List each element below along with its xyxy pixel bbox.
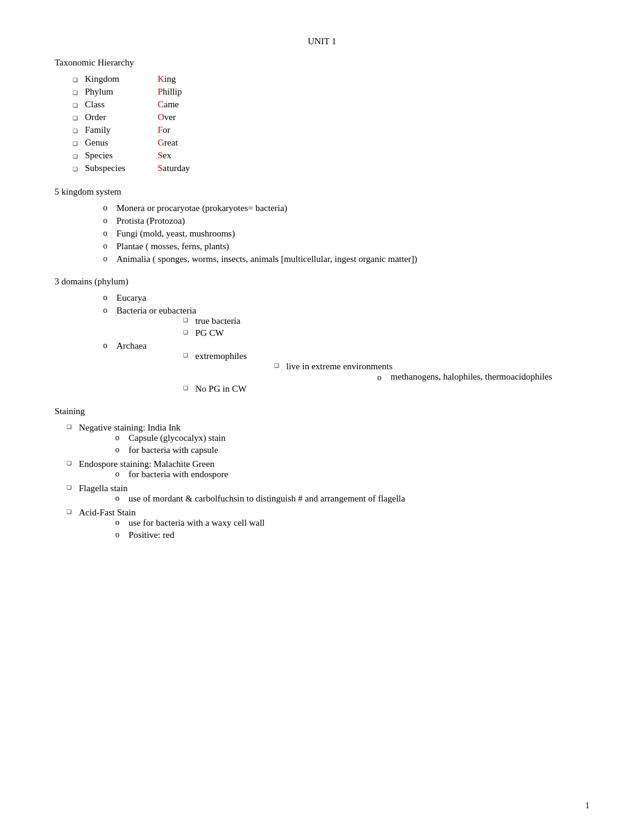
list-item: Capsule (glycocalyx) stain bbox=[115, 433, 589, 443]
sub-label: extremophiles bbox=[195, 351, 247, 361]
list-item: Fungi (mold, yeast, mushrooms) bbox=[103, 229, 589, 239]
nested-bullet-list: extremophileslive in extreme environment… bbox=[183, 351, 589, 394]
taxonomy-row: ❑OrderOver bbox=[73, 112, 589, 122]
taxonomy-heading: Taxonomic Hierarchy bbox=[55, 58, 589, 68]
list-item: use for bacteria with a waxy cell wall bbox=[115, 518, 589, 528]
taxonomy-mnemonic: Saturday bbox=[158, 163, 190, 173]
staining-heading: Staining bbox=[55, 406, 589, 417]
taxonomy-level: Subspecies bbox=[85, 163, 158, 173]
taxonomy-row: ❑GenusGreat bbox=[73, 138, 589, 148]
list-item: use of mordant & carbolfuchsin to distin… bbox=[115, 494, 589, 504]
taxonomy-level: Kingdom bbox=[85, 74, 158, 84]
list-item: for bacteria with endospore bbox=[115, 469, 589, 480]
staining-content: Negative staining: India InkCapsule (gly… bbox=[55, 423, 589, 540]
staining-item-label: Flagella stain bbox=[79, 483, 127, 493]
taxonomy-mnemonic: King bbox=[158, 74, 176, 84]
list-item: No PG in CW bbox=[183, 384, 589, 394]
five-kingdom-heading: 5 kingdom system bbox=[55, 187, 589, 197]
three-domains-section: 3 domains (phylum) EucaryaBacteria or eu… bbox=[55, 277, 589, 394]
domain-label: Bacteria or eubacteria bbox=[116, 306, 196, 315]
mnemonic-rest: or bbox=[163, 125, 170, 135]
taxonomy-mnemonic: Great bbox=[158, 138, 178, 148]
mnemonic-rest: ver bbox=[164, 112, 176, 122]
mnemonic-rest: hillip bbox=[163, 87, 182, 96]
list-item: true bacteria bbox=[183, 316, 589, 326]
staining-section: Staining Negative staining: India InkCap… bbox=[55, 406, 589, 540]
list-item: Plantae ( mosses, ferns, plants) bbox=[103, 241, 589, 252]
list-item: Eucarya bbox=[103, 293, 589, 303]
mnemonic-first-letter: G bbox=[158, 138, 164, 147]
list-item: methanogens, halophiles, thermoacidophil… bbox=[377, 372, 589, 382]
sub-label: true bacteria bbox=[195, 316, 241, 326]
taxonomy-row: ❑SpeciesSex bbox=[73, 150, 589, 161]
page-title: UNIT 1 bbox=[55, 36, 589, 47]
list-item: Archaeaextremophileslive in extreme envi… bbox=[103, 341, 589, 394]
taxonomy-table: ❑KingdomKing❑PhylumPhillip❑ClassCame❑Ord… bbox=[73, 74, 589, 173]
list-item: Protista (Protozoa) bbox=[103, 216, 589, 226]
taxonomy-row: ❑PhylumPhillip bbox=[73, 87, 589, 97]
staining-item-label: Negative staining: India Ink bbox=[79, 423, 181, 432]
taxonomy-row: ❑FamilyFor bbox=[73, 125, 589, 135]
bullet-icon: ❑ bbox=[73, 128, 85, 134]
staining-item: Acid-Fast Stainuse for bacteria with a w… bbox=[67, 508, 589, 540]
list-item: Animalia ( sponges, worms, insects, anim… bbox=[103, 254, 589, 264]
staining-sub-list: use for bacteria with a waxy cell wallPo… bbox=[115, 518, 589, 540]
sub-label: No PG in CW bbox=[195, 384, 247, 394]
nested-list-3: methanogens, halophiles, thermoacidophil… bbox=[377, 372, 589, 382]
domain-label: Archaea bbox=[116, 341, 147, 350]
staining-item-label: Endospore staining: Malachite Green bbox=[79, 459, 215, 469]
bullet-icon: ❑ bbox=[73, 166, 85, 172]
taxonomy-level: Species bbox=[85, 150, 158, 161]
staining-sub-list: use of mordant & carbolfuchsin to distin… bbox=[115, 494, 589, 504]
taxonomy-mnemonic: For bbox=[158, 125, 170, 135]
five-kingdom-section: 5 kingdom system Monera or procaryotae (… bbox=[55, 187, 589, 264]
mnemonic-first-letter: K bbox=[158, 74, 164, 84]
taxonomy-row: ❑SubspeciesSaturday bbox=[73, 163, 589, 173]
list-item: live in extreme environmentsmethanogens,… bbox=[274, 361, 589, 382]
staining-item-label: Acid-Fast Stain bbox=[79, 508, 136, 517]
mnemonic-rest: ing bbox=[164, 74, 176, 84]
list-item: Bacteria or eubacteriatrue bacteriaPG CW bbox=[103, 306, 589, 338]
taxonomy-level: Phylum bbox=[85, 87, 158, 97]
domain-label: Eucarya bbox=[116, 293, 146, 303]
staining-item: Endospore staining: Malachite Greenfor b… bbox=[67, 459, 589, 480]
staining-sub-list: Capsule (glycocalyx) stainfor bacteria w… bbox=[115, 433, 589, 455]
taxonomy-mnemonic: Phillip bbox=[158, 87, 182, 97]
list-item: extremophileslive in extreme environment… bbox=[183, 351, 589, 382]
mnemonic-rest: ex bbox=[163, 150, 171, 160]
mnemonic-rest: reat bbox=[164, 138, 178, 147]
taxonomy-mnemonic: Sex bbox=[158, 150, 172, 161]
bullet-icon: ❑ bbox=[73, 102, 85, 109]
taxonomy-level: Class bbox=[85, 99, 158, 110]
staining-item: Flagella stainuse of mordant & carbolfuc… bbox=[67, 483, 589, 504]
mnemonic-rest: aturday bbox=[163, 163, 190, 173]
five-kingdom-list: Monera or procaryotae (prokaryotes= bact… bbox=[103, 203, 589, 264]
taxonomy-level: Genus bbox=[85, 138, 158, 148]
taxonomy-mnemonic: Over bbox=[158, 112, 176, 122]
bullet-icon: ❑ bbox=[73, 115, 85, 121]
staining-sub-list: for bacteria with endospore bbox=[115, 469, 589, 480]
bullet-icon: ❑ bbox=[73, 77, 85, 83]
staining-item: Negative staining: India InkCapsule (gly… bbox=[67, 423, 589, 455]
bullet-icon: ❑ bbox=[73, 90, 85, 96]
list-item: Monera or procaryotae (prokaryotes= bact… bbox=[103, 203, 589, 213]
bullet-icon: ❑ bbox=[73, 153, 85, 159]
nested-bullet-list-2: live in extreme environmentsmethanogens,… bbox=[274, 361, 589, 382]
staining-list: Negative staining: India InkCapsule (gly… bbox=[67, 423, 589, 540]
list-item: Positive: red bbox=[115, 530, 589, 540]
taxonomy-row: ❑ClassCame bbox=[73, 99, 589, 110]
three-domains-heading: 3 domains (phylum) bbox=[55, 277, 589, 287]
list-item: PG CW bbox=[183, 328, 589, 338]
sub-label: PG CW bbox=[195, 328, 224, 338]
page-number: 1 bbox=[585, 801, 589, 811]
mnemonic-rest: ame bbox=[164, 99, 179, 109]
taxonomy-mnemonic: Came bbox=[158, 99, 179, 110]
taxonomy-section: Taxonomic Hierarchy ❑KingdomKing❑PhylumP… bbox=[55, 58, 589, 173]
three-domains-content: EucaryaBacteria or eubacteriatrue bacter… bbox=[55, 293, 589, 394]
taxonomy-row: ❑KingdomKing bbox=[73, 74, 589, 84]
taxonomy-level: Family bbox=[85, 125, 158, 135]
mnemonic-first-letter: O bbox=[158, 112, 164, 122]
taxonomy-level: Order bbox=[85, 112, 158, 122]
mnemonic-first-letter: C bbox=[158, 99, 164, 109]
list-item: for bacteria with capsule bbox=[115, 445, 589, 455]
